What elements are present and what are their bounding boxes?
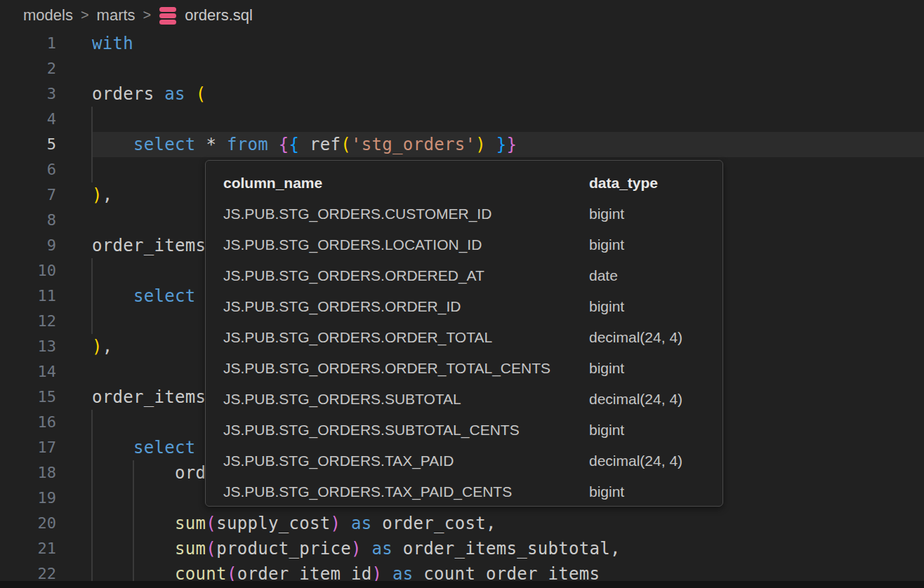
data-type-cell: date [589,260,618,291]
column-name-cell: JS.PUB.STG_ORDERS.CUSTOMER_ID [223,199,491,229]
line-number: 5 [0,132,56,157]
line-number: 1 [0,31,56,56]
column-name-cell: JS.PUB.STG_ORDERS.ORDER_TOTAL [223,322,492,353]
line-number: 18 [0,460,56,486]
data-type-cell: bigint [589,291,624,322]
column-name-cell: JS.PUB.STG_ORDERS.ORDERED_AT [223,260,484,291]
column-name-cell: JS.PUB.STG_ORDERS.ORDER_ID [223,291,461,322]
line-number: 11 [0,283,56,309]
code-line[interactable]: 3orders as ( [0,81,924,107]
column-row: JS.PUB.STG_ORDERS.ORDER_TOTAL_CENTSbigin… [206,353,722,384]
line-number: 16 [0,410,56,435]
code-line[interactable]: 1with [0,31,924,56]
column-row: JS.PUB.STG_ORDERS.SUBTOTAL_CENTSbigint [206,415,722,446]
code-text: ), [92,334,113,359]
code-text: with [92,31,133,56]
column-name-cell: JS.PUB.STG_ORDERS.TAX_PAID [223,446,454,476]
code-text: ord [92,460,206,486]
line-number: 19 [0,486,56,511]
data-type-cell: decimal(24, 4) [589,384,682,415]
line-number: 10 [0,258,56,283]
code-text: order_items [92,385,206,410]
data-type-cell: bigint [589,229,624,260]
code-line[interactable]: 20 sum(supply_cost) as order_cost, [0,511,924,536]
code-text: sum(supply_cost) as order_cost, [92,511,496,536]
breadcrumb-separator: > [81,7,89,23]
code-line[interactable]: 2 [0,56,924,81]
line-number: 17 [0,435,56,460]
column-row: JS.PUB.STG_ORDERS.TAX_PAID_CENTSbigint [206,476,722,507]
line-number: 8 [0,208,56,233]
code-text: select * from {{ ref('stg_orders') }} [92,132,517,157]
line-number: 15 [0,385,56,410]
line-number: 6 [0,157,56,182]
indent-guide [91,157,93,182]
column-row: JS.PUB.STG_ORDERS.ORDER_IDbigint [206,291,722,322]
indent-guide [91,107,93,132]
breadcrumb-item-marts[interactable]: marts [97,6,136,25]
data-type-cell: decimal(24, 4) [589,446,682,476]
data-type-cell: bigint [589,199,624,229]
database-icon [159,7,176,25]
line-number: 2 [0,56,56,81]
column-name-cell: JS.PUB.STG_ORDERS.LOCATION_ID [223,229,482,260]
data-type-cell: bigint [589,415,624,446]
column-row: JS.PUB.STG_ORDERS.TAX_PAIDdecimal(24, 4) [206,446,722,476]
indent-guide [91,410,93,435]
line-number: 13 [0,334,56,359]
indent-guide [91,258,93,283]
column-name-cell: JS.PUB.STG_ORDERS.TAX_PAID_CENTS [223,476,512,507]
column-row: JS.PUB.STG_ORDERS.SUBTOTALdecimal(24, 4) [206,384,722,415]
breadcrumb: models > marts > orders.sql [0,0,924,31]
code-text: select [92,435,196,460]
data-type-cell: bigint [589,476,624,507]
data-type-header: data_type [589,168,658,199]
line-number: 3 [0,81,56,107]
line-number: 12 [0,309,56,334]
breadcrumb-separator: > [143,7,152,23]
column-name-cell: JS.PUB.STG_ORDERS.ORDER_TOTAL_CENTS [223,353,550,384]
column-name-header: column_name [223,168,322,199]
panel-edge [0,581,924,588]
line-number: 14 [0,359,56,385]
popup-rows: JS.PUB.STG_ORDERS.CUSTOMER_IDbigintJS.PU… [206,199,722,507]
column-row: JS.PUB.STG_ORDERS.LOCATION_IDbigint [206,229,722,260]
line-number: 4 [0,107,56,132]
code-line[interactable]: 4 [0,107,924,132]
breadcrumb-item-file[interactable]: orders.sql [185,6,253,25]
code-text: order_items [92,233,206,258]
column-row: JS.PUB.STG_ORDERS.ORDERED_ATdate [206,260,722,291]
data-type-cell: decimal(24, 4) [589,322,682,353]
column-info-popup: column_name data_type JS.PUB.STG_ORDERS.… [205,160,723,507]
column-row: JS.PUB.STG_ORDERS.ORDER_TOTALdecimal(24,… [206,322,722,353]
line-number: 20 [0,511,56,536]
code-text: ), [92,182,113,208]
line-number: 21 [0,536,56,561]
column-name-cell: JS.PUB.STG_ORDERS.SUBTOTAL_CENTS [223,415,520,446]
indent-guide [133,486,134,511]
line-number: 7 [0,182,56,208]
code-line[interactable]: 5 select * from {{ ref('stg_orders') }} [0,132,924,157]
code-text: sum(product_price) as order_items_subtot… [92,536,621,561]
column-name-cell: JS.PUB.STG_ORDERS.SUBTOTAL [223,384,461,415]
indent-guide [91,309,93,334]
code-line[interactable]: 21 sum(product_price) as order_items_sub… [0,536,924,561]
data-type-cell: bigint [589,353,624,384]
code-text: select [92,283,196,309]
line-number: 9 [0,233,56,258]
indent-guide [91,486,93,511]
breadcrumb-item-models[interactable]: models [23,6,73,25]
column-row: JS.PUB.STG_ORDERS.CUSTOMER_IDbigint [206,199,722,229]
popup-header-row: column_name data_type [206,168,722,199]
code-text: orders as ( [92,81,206,107]
